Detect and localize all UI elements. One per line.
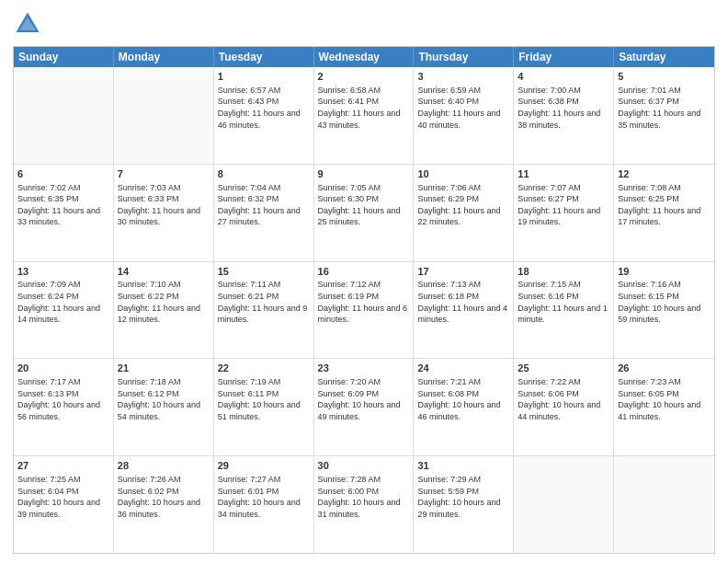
header-day-wednesday: Wednesday	[314, 47, 415, 67]
logo-icon	[13, 9, 42, 39]
cell-info: Sunrise: 7:12 AM Sunset: 6:19 PM Dayligh…	[318, 279, 410, 325]
cell-info: Sunrise: 7:06 AM Sunset: 6:29 PM Dayligh…	[417, 182, 509, 228]
cell-info: Sunrise: 7:19 AM Sunset: 6:11 PM Dayligh…	[218, 376, 310, 422]
day-number: 4	[518, 70, 609, 84]
cal-cell-1: 1Sunrise: 6:57 AM Sunset: 6:43 PM Daylig…	[214, 67, 314, 164]
cal-cell-empty-0-1	[114, 67, 214, 164]
cal-cell-13: 13Sunrise: 7:09 AM Sunset: 6:24 PM Dayli…	[14, 262, 114, 359]
header-day-thursday: Thursday	[414, 47, 514, 67]
week-row-5: 27Sunrise: 7:25 AM Sunset: 6:04 PM Dayli…	[14, 456, 714, 553]
cell-info: Sunrise: 7:05 AM Sunset: 6:30 PM Dayligh…	[318, 182, 410, 228]
day-number: 23	[318, 362, 410, 375]
calendar: SundayMondayTuesdayWednesdayThursdayFrid…	[13, 46, 715, 554]
week-row-3: 13Sunrise: 7:09 AM Sunset: 6:24 PM Dayli…	[14, 262, 714, 360]
cell-info: Sunrise: 7:26 AM Sunset: 6:02 PM Dayligh…	[118, 474, 210, 520]
day-number: 6	[17, 167, 109, 181]
cell-info: Sunrise: 7:22 AM Sunset: 6:06 PM Dayligh…	[518, 376, 609, 422]
cell-info: Sunrise: 7:00 AM Sunset: 6:38 PM Dayligh…	[518, 85, 609, 131]
header-day-tuesday: Tuesday	[214, 47, 314, 67]
day-number: 5	[618, 70, 711, 84]
cal-cell-23: 23Sunrise: 7:20 AM Sunset: 6:09 PM Dayli…	[314, 359, 415, 455]
cell-info: Sunrise: 7:17 AM Sunset: 6:13 PM Dayligh…	[17, 376, 109, 422]
day-number: 28	[118, 459, 210, 473]
cell-info: Sunrise: 7:04 AM Sunset: 6:32 PM Dayligh…	[218, 182, 310, 228]
day-number: 14	[118, 265, 210, 279]
week-row-4: 20Sunrise: 7:17 AM Sunset: 6:13 PM Dayli…	[14, 359, 714, 456]
day-number: 25	[518, 362, 609, 375]
cal-cell-3: 3Sunrise: 6:59 AM Sunset: 6:40 PM Daylig…	[414, 67, 514, 164]
cal-cell-4: 4Sunrise: 7:00 AM Sunset: 6:38 PM Daylig…	[514, 67, 614, 164]
cell-info: Sunrise: 7:21 AM Sunset: 6:08 PM Dayligh…	[417, 376, 509, 422]
day-number: 12	[618, 167, 711, 181]
day-number: 24	[417, 362, 509, 375]
day-number: 31	[417, 459, 509, 473]
day-number: 27	[17, 459, 109, 473]
cal-cell-7: 7Sunrise: 7:03 AM Sunset: 6:33 PM Daylig…	[114, 165, 214, 261]
cell-info: Sunrise: 7:25 AM Sunset: 6:04 PM Dayligh…	[17, 474, 109, 520]
day-number: 18	[518, 265, 609, 279]
cell-info: Sunrise: 7:02 AM Sunset: 6:35 PM Dayligh…	[17, 182, 109, 228]
cal-cell-18: 18Sunrise: 7:15 AM Sunset: 6:16 PM Dayli…	[514, 262, 614, 359]
page: SundayMondayTuesdayWednesdayThursdayFrid…	[0, 0, 728, 563]
cell-info: Sunrise: 7:10 AM Sunset: 6:22 PM Dayligh…	[118, 279, 210, 325]
cal-cell-5: 5Sunrise: 7:01 AM Sunset: 6:37 PM Daylig…	[614, 67, 714, 164]
cal-cell-29: 29Sunrise: 7:27 AM Sunset: 6:01 PM Dayli…	[214, 456, 314, 553]
day-number: 16	[318, 265, 410, 279]
day-number: 8	[218, 167, 310, 181]
cell-info: Sunrise: 6:59 AM Sunset: 6:40 PM Dayligh…	[417, 85, 509, 131]
cell-info: Sunrise: 7:16 AM Sunset: 6:15 PM Dayligh…	[618, 279, 711, 325]
day-number: 1	[218, 70, 310, 84]
day-number: 9	[318, 167, 410, 181]
week-row-1: 1Sunrise: 6:57 AM Sunset: 6:43 PM Daylig…	[14, 67, 714, 165]
calendar-header: SundayMondayTuesdayWednesdayThursdayFrid…	[14, 47, 714, 67]
day-number: 13	[17, 265, 109, 279]
cell-info: Sunrise: 6:57 AM Sunset: 6:43 PM Dayligh…	[218, 85, 310, 131]
header-day-saturday: Saturday	[614, 47, 714, 67]
cal-cell-24: 24Sunrise: 7:21 AM Sunset: 6:08 PM Dayli…	[414, 359, 514, 455]
cal-cell-15: 15Sunrise: 7:11 AM Sunset: 6:21 PM Dayli…	[214, 262, 314, 359]
cal-cell-empty-4-6	[614, 456, 714, 553]
cal-cell-11: 11Sunrise: 7:07 AM Sunset: 6:27 PM Dayli…	[514, 165, 614, 261]
cal-cell-20: 20Sunrise: 7:17 AM Sunset: 6:13 PM Dayli…	[14, 359, 114, 455]
cell-info: Sunrise: 7:01 AM Sunset: 6:37 PM Dayligh…	[618, 85, 711, 131]
cal-cell-16: 16Sunrise: 7:12 AM Sunset: 6:19 PM Dayli…	[314, 262, 415, 359]
cell-info: Sunrise: 7:13 AM Sunset: 6:18 PM Dayligh…	[417, 279, 509, 325]
cell-info: Sunrise: 7:29 AM Sunset: 5:59 PM Dayligh…	[417, 474, 509, 520]
cal-cell-31: 31Sunrise: 7:29 AM Sunset: 5:59 PM Dayli…	[414, 456, 514, 553]
cell-info: Sunrise: 7:18 AM Sunset: 6:12 PM Dayligh…	[118, 376, 210, 422]
header	[13, 9, 715, 39]
cell-info: Sunrise: 6:58 AM Sunset: 6:41 PM Dayligh…	[318, 85, 410, 131]
cell-info: Sunrise: 7:15 AM Sunset: 6:16 PM Dayligh…	[518, 279, 609, 325]
cal-cell-8: 8Sunrise: 7:04 AM Sunset: 6:32 PM Daylig…	[214, 165, 314, 261]
day-number: 3	[417, 70, 509, 84]
day-number: 17	[417, 265, 509, 279]
day-number: 21	[118, 362, 210, 375]
cell-info: Sunrise: 7:08 AM Sunset: 6:25 PM Dayligh…	[618, 182, 711, 228]
day-number: 22	[218, 362, 310, 375]
day-number: 15	[218, 265, 310, 279]
cal-cell-27: 27Sunrise: 7:25 AM Sunset: 6:04 PM Dayli…	[14, 456, 114, 553]
header-day-friday: Friday	[514, 47, 614, 67]
cal-cell-12: 12Sunrise: 7:08 AM Sunset: 6:25 PM Dayli…	[614, 165, 714, 261]
day-number: 2	[318, 70, 410, 84]
cal-cell-25: 25Sunrise: 7:22 AM Sunset: 6:06 PM Dayli…	[514, 359, 614, 455]
cal-cell-empty-0-0	[14, 67, 114, 164]
cal-cell-22: 22Sunrise: 7:19 AM Sunset: 6:11 PM Dayli…	[214, 359, 314, 455]
logo	[13, 9, 46, 39]
cal-cell-14: 14Sunrise: 7:10 AM Sunset: 6:22 PM Dayli…	[114, 262, 214, 359]
day-number: 30	[318, 459, 410, 473]
cell-info: Sunrise: 7:27 AM Sunset: 6:01 PM Dayligh…	[218, 474, 310, 520]
cal-cell-26: 26Sunrise: 7:23 AM Sunset: 6:05 PM Dayli…	[614, 359, 714, 455]
cal-cell-9: 9Sunrise: 7:05 AM Sunset: 6:30 PM Daylig…	[314, 165, 415, 261]
week-row-2: 6Sunrise: 7:02 AM Sunset: 6:35 PM Daylig…	[14, 165, 714, 262]
cell-info: Sunrise: 7:28 AM Sunset: 6:00 PM Dayligh…	[318, 474, 410, 520]
day-number: 11	[518, 167, 609, 181]
cell-info: Sunrise: 7:23 AM Sunset: 6:05 PM Dayligh…	[618, 376, 711, 422]
cell-info: Sunrise: 7:11 AM Sunset: 6:21 PM Dayligh…	[218, 279, 310, 325]
cal-cell-2: 2Sunrise: 6:58 AM Sunset: 6:41 PM Daylig…	[314, 67, 415, 164]
header-day-sunday: Sunday	[14, 47, 114, 67]
cal-cell-30: 30Sunrise: 7:28 AM Sunset: 6:00 PM Dayli…	[314, 456, 415, 553]
cal-cell-28: 28Sunrise: 7:26 AM Sunset: 6:02 PM Dayli…	[114, 456, 214, 553]
cell-info: Sunrise: 7:07 AM Sunset: 6:27 PM Dayligh…	[518, 182, 609, 228]
cal-cell-6: 6Sunrise: 7:02 AM Sunset: 6:35 PM Daylig…	[14, 165, 114, 261]
